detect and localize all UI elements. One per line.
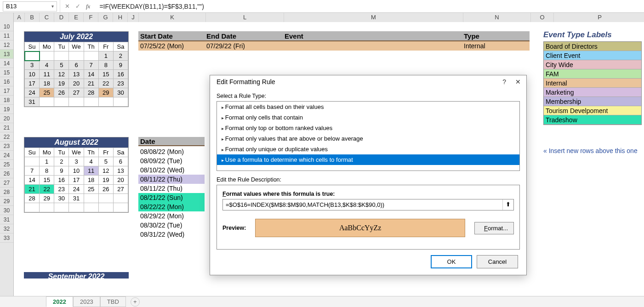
add-sheet-button[interactable]: +: [131, 297, 140, 307]
calendar-day[interactable]: 30: [113, 88, 128, 97]
calendar-day[interactable]: 2: [113, 51, 128, 61]
calendar-day[interactable]: 12: [98, 166, 113, 176]
select-all-corner[interactable]: [0, 13, 14, 22]
cancel-button[interactable]: Cancel: [477, 255, 518, 268]
ok-button[interactable]: OK: [431, 255, 472, 268]
col-header-M[interactable]: M: [284, 13, 463, 22]
col-header-L[interactable]: L: [206, 13, 284, 22]
row-header[interactable]: 27: [0, 178, 13, 188]
date-cell[interactable]: 08/29/22 (Mon): [138, 211, 205, 221]
rule-type-option[interactable]: Use a formula to determine which cells t…: [217, 154, 519, 165]
calendar-day[interactable]: [25, 203, 40, 212]
calendar-day[interactable]: [54, 97, 69, 107]
calendar-day[interactable]: 26: [98, 185, 113, 194]
calendar-day[interactable]: 9: [54, 166, 69, 176]
cell-event[interactable]: [283, 41, 462, 51]
row-header[interactable]: 31: [0, 215, 13, 224]
calendar-day[interactable]: 7: [84, 61, 98, 70]
row-header[interactable]: 22: [0, 132, 13, 142]
calendar-day[interactable]: 21: [84, 79, 98, 88]
calendar-day[interactable]: 24: [69, 185, 84, 194]
calendar-day[interactable]: 5: [54, 61, 69, 70]
calendar-day[interactable]: 18: [40, 79, 54, 88]
cancel-formula-icon[interactable]: ✕: [65, 3, 70, 10]
calendar-day[interactable]: 4: [84, 157, 98, 166]
calendar-day[interactable]: 2: [54, 157, 69, 166]
calendar-day[interactable]: [40, 97, 54, 107]
formula-input[interactable]: =IF(WEEKDAY(B11,1)=$F$3,B11,""): [95, 2, 644, 11]
calendar-day[interactable]: [69, 97, 84, 107]
calendar-day[interactable]: 27: [69, 88, 84, 97]
calendar-day[interactable]: 13: [113, 166, 128, 176]
event-type-label[interactable]: Tourism Develpoment: [544, 106, 641, 115]
calendar-day[interactable]: 17: [69, 176, 84, 185]
event-type-label[interactable]: Internal: [544, 79, 641, 88]
row-header[interactable]: 17: [0, 86, 13, 96]
row-header[interactable]: 24: [0, 151, 13, 160]
event-type-label[interactable]: Tradeshow: [544, 115, 641, 125]
calendar-day[interactable]: [84, 97, 98, 107]
event-type-label[interactable]: Marketing: [544, 88, 641, 97]
calendar-day[interactable]: 24: [25, 88, 40, 97]
calendar-day[interactable]: [54, 203, 69, 212]
row-header[interactable]: 25: [0, 160, 13, 169]
calendar-day[interactable]: [69, 51, 84, 61]
calendar-day[interactable]: [113, 203, 128, 212]
col-header[interactable]: A B C D E F G H I: [14, 13, 128, 22]
calendar-day[interactable]: 25: [84, 185, 98, 194]
event-type-label[interactable]: Board of Directors: [544, 42, 641, 51]
rule-type-option[interactable]: Format only cells that contain: [217, 112, 519, 123]
date-cell[interactable]: 08/31/22 (Wed): [138, 230, 205, 239]
calendar-day[interactable]: [25, 51, 40, 61]
format-button[interactable]: Format...: [474, 222, 514, 234]
calendar-day[interactable]: 12: [54, 70, 69, 79]
date-cell[interactable]: 08/11/22 (Thu): [138, 175, 205, 184]
rule-type-option[interactable]: Format all cells based on their values: [217, 102, 519, 112]
calendar-day[interactable]: 6: [69, 61, 84, 70]
tab-2023[interactable]: 2023: [73, 296, 100, 307]
row-header[interactable]: 33: [0, 233, 13, 243]
calendar-day[interactable]: 7: [25, 166, 40, 176]
calendar-day[interactable]: 22: [40, 185, 54, 194]
calendar-day[interactable]: 19: [54, 79, 69, 88]
calendar-day[interactable]: [84, 51, 98, 61]
calendar-day[interactable]: 8: [40, 166, 54, 176]
accept-formula-icon[interactable]: ✓: [75, 3, 80, 10]
row-header[interactable]: 19: [0, 105, 13, 114]
calendar-day[interactable]: 21: [25, 185, 40, 194]
calendar-day[interactable]: 20: [113, 176, 128, 185]
calendar-day[interactable]: [54, 51, 69, 61]
row-header[interactable]: 20: [0, 114, 13, 123]
calendar-day[interactable]: [98, 97, 113, 107]
row-header[interactable]: 29: [0, 197, 13, 206]
calendar-day[interactable]: 20: [69, 79, 84, 88]
calendar-day[interactable]: 16: [54, 176, 69, 185]
row-header[interactable]: 13: [0, 50, 13, 59]
row-header[interactable]: 28: [0, 188, 13, 197]
calendar-day[interactable]: 14: [84, 70, 98, 79]
events-table-row[interactable]: 07/25/22 (Mon) 07/29/22 (Fri) Internal: [138, 41, 530, 51]
calendar-day[interactable]: [25, 157, 40, 166]
range-picker-icon[interactable]: ⬆: [502, 199, 513, 210]
calendar-day[interactable]: 19: [98, 176, 113, 185]
row-header[interactable]: 18: [0, 96, 13, 105]
calendar-day[interactable]: 10: [25, 70, 40, 79]
fx-icon[interactable]: fx: [86, 3, 90, 10]
event-type-label[interactable]: FAM: [544, 69, 641, 79]
row-header[interactable]: 32: [0, 224, 13, 233]
date-cell[interactable]: 08/11/22 (Thu): [138, 184, 205, 193]
calendar-day[interactable]: [84, 194, 98, 203]
calendar-day[interactable]: 1: [40, 157, 54, 166]
col-header-N[interactable]: N: [463, 13, 531, 22]
calendar-day[interactable]: [84, 203, 98, 212]
row-header[interactable]: 14: [0, 59, 13, 68]
cell-type[interactable]: Internal: [462, 41, 530, 51]
col-header-K[interactable]: K: [139, 13, 206, 22]
calendar-day[interactable]: 9: [113, 61, 128, 70]
col-header-O[interactable]: O: [531, 13, 554, 22]
calendar-day[interactable]: 10: [69, 166, 84, 176]
calendar-day[interactable]: 30: [54, 194, 69, 203]
row-header[interactable]: 16: [0, 77, 13, 86]
calendar-day[interactable]: 22: [98, 79, 113, 88]
calendar-day[interactable]: 13: [69, 70, 84, 79]
